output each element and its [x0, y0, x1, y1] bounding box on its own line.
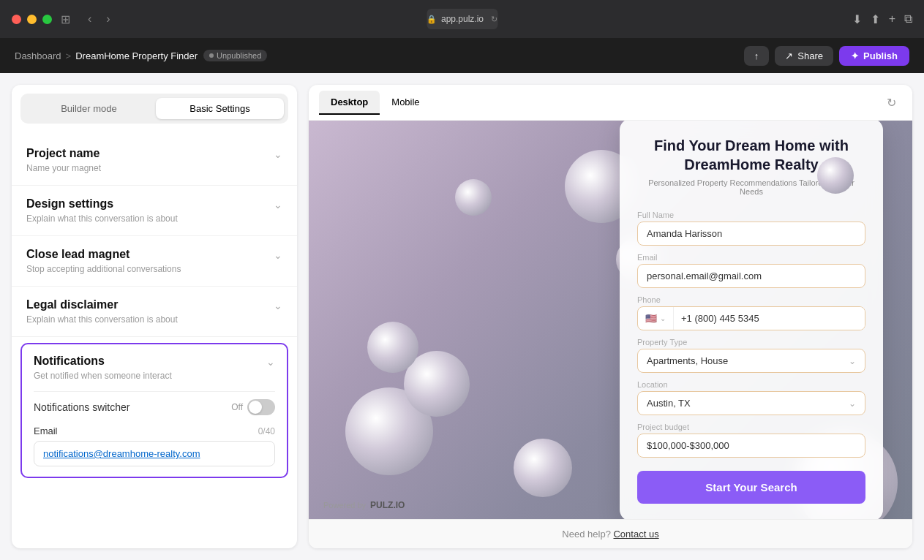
status-badge: Unpublished: [203, 50, 267, 61]
section-close-lead[interactable]: Close lead magnet Stop accepting additio…: [12, 236, 297, 287]
traffic-lights: [12, 15, 52, 24]
sphere-4: [455, 179, 492, 216]
section-subtitle: Stop accepting additional conversations: [26, 264, 181, 274]
share-label: Share: [797, 50, 823, 61]
tab-desktop[interactable]: Desktop: [319, 91, 380, 115]
breadcrumb-current: DreamHome Property Finder: [75, 50, 198, 61]
publish-icon: ✦: [851, 50, 859, 61]
field-property-type: Property Type Apartments, House ⌄: [637, 338, 865, 373]
save-icon: ↑: [754, 50, 759, 61]
address-bar[interactable]: 🔒 app.pulz.io ↻: [427, 9, 497, 29]
contact-link[interactable]: Contact us: [613, 529, 658, 540]
property-type-select[interactable]: Apartments, House ⌄: [637, 349, 865, 373]
chevron-down-icon: ⌄: [849, 398, 856, 409]
tabs-row: Builder mode Basic Settings: [20, 94, 288, 124]
traffic-light-yellow[interactable]: [27, 15, 37, 24]
new-tab-button[interactable]: +: [889, 12, 895, 26]
email-input[interactable]: [34, 441, 275, 466]
section-content: Design settings Explain what this conver…: [26, 197, 178, 224]
toggle-switch[interactable]: [247, 399, 275, 415]
sphere-3: [367, 322, 418, 373]
breadcrumb-sep: >: [66, 50, 72, 61]
field-label: Phone: [637, 295, 865, 304]
section-title: Close lead magnet: [26, 248, 181, 261]
toggle-state-label: Off: [231, 402, 243, 412]
full-name-input[interactable]: [637, 222, 865, 246]
sphere-9: [817, 157, 854, 194]
email-field[interactable]: [637, 264, 865, 288]
email-field-header: Email 0/40: [34, 425, 275, 436]
publish-button[interactable]: ✦ Publish: [839, 46, 909, 66]
panel-sections: Project name Name your magnet ⌄ Design s…: [12, 132, 297, 548]
toggle-knob: [249, 401, 262, 414]
select-value: Austin, TX: [647, 398, 691, 409]
browser-actions: ⬇ ⬆ + ⧉: [852, 12, 912, 26]
notification-content: Notifications Get notified when someone …: [34, 355, 172, 381]
chevron-icon: ⌄: [274, 199, 282, 211]
top-bar: Dashboard > DreamHome Property Finder Un…: [0, 38, 924, 73]
notification-subtitle: Get notified when someone interact: [34, 371, 172, 381]
field-budget: Project budget: [637, 423, 865, 458]
section-subtitle: Explain what this conversation is about: [26, 213, 178, 224]
refresh-icon[interactable]: ↻: [491, 15, 497, 24]
traffic-light-red[interactable]: [12, 15, 21, 24]
breadcrumb-home[interactable]: Dashboard: [15, 50, 61, 61]
refresh-preview-button[interactable]: ↻: [881, 93, 902, 113]
field-label: Property Type: [637, 338, 865, 347]
traffic-light-green[interactable]: [42, 15, 52, 24]
preview-footer: Need help? Contact us: [309, 519, 912, 548]
back-button[interactable]: ‹: [85, 11, 94, 27]
lock-icon: 🔒: [427, 15, 437, 24]
share-browser-button[interactable]: ⬆: [871, 12, 880, 26]
save-button[interactable]: ↑: [744, 46, 770, 66]
browser-chrome: ⊞ ‹ › 🔒 app.pulz.io ↻ ⬇ ⬆ + ⧉: [0, 0, 924, 38]
left-panel: Builder mode Basic Settings Project name…: [12, 85, 297, 548]
section-content: Project name Name your magnet: [26, 147, 101, 173]
section-legal[interactable]: Legal disclaimer Explain what this conve…: [12, 287, 297, 337]
section-content: Legal disclaimer Explain what this conve…: [26, 298, 178, 325]
field-email: Email: [637, 253, 865, 288]
powered-by: Powered by PULZ.IO: [323, 500, 405, 510]
phone-input[interactable]: [674, 307, 865, 330]
email-char-count: 0/40: [258, 426, 275, 436]
phone-flag-selector[interactable]: 🇺🇸 ⌄: [638, 307, 674, 330]
share-button[interactable]: ↗ Share: [775, 46, 833, 66]
footer-help-text: Need help?: [562, 529, 611, 540]
tabs-button[interactable]: ⧉: [904, 12, 912, 26]
forward-button[interactable]: ›: [103, 11, 113, 27]
field-label: Project budget: [637, 423, 865, 431]
select-value: Apartments, House: [647, 355, 728, 366]
phone-row: 🇺🇸 ⌄: [637, 306, 865, 330]
right-preview: Desktop Mobile ↻: [309, 85, 912, 548]
section-subtitle: Name your magnet: [26, 163, 101, 173]
pulzio-logo: PULZ.IO: [370, 500, 405, 510]
tab-basic-settings[interactable]: Basic Settings: [156, 98, 284, 119]
download-button[interactable]: ⬇: [852, 12, 862, 26]
location-select[interactable]: Austin, TX ⌄: [637, 391, 865, 415]
chevron-icon: ⌄: [266, 356, 275, 368]
budget-input[interactable]: [637, 434, 865, 458]
section-design-settings[interactable]: Design settings Explain what this conver…: [12, 186, 297, 236]
cta-button[interactable]: Start Your Search: [637, 471, 865, 504]
flag-chevron: ⌄: [660, 314, 666, 322]
tab-builder-mode[interactable]: Builder mode: [25, 98, 153, 119]
powered-text: Powered by: [323, 501, 366, 510]
breadcrumb: Dashboard > DreamHome Property Finder: [15, 50, 198, 61]
section-title: Design settings: [26, 197, 178, 211]
field-label: Full Name: [637, 211, 865, 219]
notifications-switcher-row: Notifications switcher Off: [34, 391, 275, 415]
switcher-label: Notifications switcher: [34, 401, 130, 413]
url-text: app.pulz.io: [441, 14, 484, 24]
tab-mobile[interactable]: Mobile: [380, 91, 431, 115]
email-field-section: Email 0/40: [34, 425, 275, 466]
chevron-down-icon: ⌄: [849, 356, 856, 366]
section-project-name[interactable]: Project name Name your magnet ⌄: [12, 135, 297, 186]
sidebar-toggle-button[interactable]: ⊞: [61, 12, 70, 26]
preview-content: Find Your Dream Home with DreamHome Real…: [309, 121, 912, 519]
status-dot: [209, 53, 214, 58]
chevron-icon: ⌄: [274, 148, 282, 160]
publish-label: Publish: [863, 50, 898, 61]
section-title: Project name: [26, 147, 101, 160]
app-container: Dashboard > DreamHome Property Finder Un…: [0, 38, 924, 560]
switch-container: Off: [231, 399, 275, 415]
